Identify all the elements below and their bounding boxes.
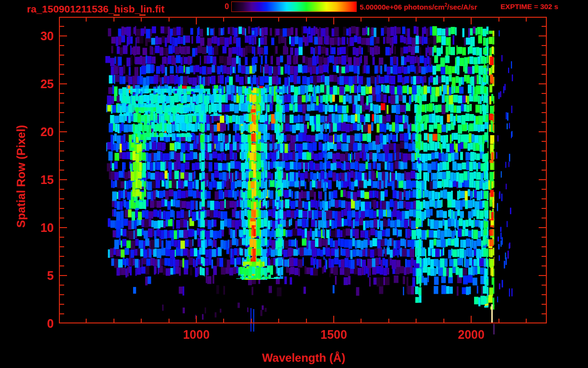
spectral-heatmap-canvas [59, 17, 547, 335]
axis-tick [542, 122, 546, 123]
axis-tick [542, 26, 546, 27]
axis-tick [471, 316, 472, 322]
axis-tick [542, 294, 546, 295]
axis-tick [306, 319, 307, 322]
axis-tick [60, 93, 64, 94]
y-tick-label: 10 [13, 221, 54, 235]
y-tick-label: 15 [13, 173, 54, 187]
colorbar-max-prefix: 5.00000e+06 photons/cm [360, 3, 444, 11]
axis-tick [539, 83, 546, 84]
axis-tick [542, 170, 546, 171]
axis-tick [60, 74, 64, 75]
axis-tick [60, 112, 64, 113]
axis-tick [542, 45, 546, 46]
axis-tick [542, 103, 546, 104]
x-tick-label: 1500 [300, 328, 367, 342]
y-tick-label: 30 [13, 29, 54, 43]
axis-tick [306, 18, 307, 22]
axis-tick [141, 319, 142, 322]
plot-artifact-dash [113, 14, 120, 16]
axis-tick [60, 237, 64, 238]
axis-tick [60, 227, 67, 228]
axis-tick [498, 319, 499, 322]
colorbar-max-label: 5.00000e+06 photons/cm2/sec/A/sr [360, 2, 477, 11]
axis-tick [542, 93, 546, 94]
y-tick-label: 5 [13, 269, 54, 283]
axis-tick [443, 319, 444, 322]
x-axis-title: Wavelength (Å) [232, 351, 375, 365]
axis-tick [471, 18, 472, 24]
axis-tick [539, 275, 546, 276]
axis-tick [60, 150, 64, 151]
axis-tick [388, 18, 389, 22]
axis-tick [169, 18, 170, 22]
axis-tick [113, 319, 114, 322]
axis-tick [60, 265, 64, 266]
axis-tick [60, 275, 67, 276]
colorbar-max-suffix: /sec/A/sr [447, 3, 477, 11]
axis-tick [542, 189, 546, 190]
axis-tick [278, 319, 279, 322]
axis-tick [539, 35, 546, 36]
axis-tick [539, 179, 546, 180]
axis-tick [539, 227, 546, 228]
axis-tick [388, 319, 389, 322]
axis-tick [60, 131, 67, 132]
axis-tick [542, 265, 546, 266]
axis-tick [542, 150, 546, 151]
axis-tick [60, 160, 64, 161]
axis-tick [86, 18, 87, 22]
axis-tick [278, 18, 279, 22]
axis-tick [60, 256, 64, 257]
axis-tick [60, 35, 67, 36]
axis-tick [223, 319, 224, 322]
axis-tick [86, 319, 87, 322]
axis-tick [416, 319, 417, 322]
axis-tick [60, 64, 64, 65]
axis-tick [542, 304, 546, 305]
plot-artifact-dash [139, 14, 146, 16]
axis-tick [60, 189, 64, 190]
axis-tick [60, 304, 64, 305]
axis-tick [542, 246, 546, 247]
axis-tick [60, 246, 64, 247]
axis-tick [542, 198, 546, 199]
quicklook-spectral-viewer: ra_150901211536_hisb_lin.fit 0 5.00000e+… [0, 0, 588, 368]
axis-tick [539, 131, 546, 132]
axis-tick [60, 294, 64, 295]
x-tick-label: 2000 [438, 328, 505, 342]
axis-tick [169, 319, 170, 322]
y-tick-label: 20 [13, 125, 54, 139]
axis-tick [498, 18, 499, 22]
axis-tick [141, 18, 142, 22]
axis-tick [60, 26, 64, 27]
axis-tick [443, 18, 444, 22]
axis-tick [60, 83, 67, 84]
file-title: ra_150901211536_hisb_lin.fit [27, 3, 164, 15]
axis-tick [60, 208, 64, 209]
axis-tick [60, 218, 64, 218]
axis-tick [416, 18, 417, 22]
axis-tick [60, 198, 64, 199]
axis-tick [251, 319, 252, 322]
y-tick-label: 25 [13, 77, 54, 91]
axis-tick [60, 170, 64, 171]
axis-tick [251, 18, 252, 22]
axis-tick [361, 18, 362, 22]
axis-tick [526, 319, 527, 322]
axis-tick [542, 285, 546, 286]
axis-tick [196, 316, 197, 322]
y-tick-label: 0 [13, 317, 54, 331]
axis-tick [542, 160, 546, 161]
axis-tick [542, 74, 546, 75]
colorbar [231, 1, 357, 12]
axis-tick [542, 218, 546, 218]
axis-tick [60, 45, 64, 46]
axis-tick [542, 141, 546, 142]
axis-tick [60, 285, 64, 286]
axis-tick [542, 112, 546, 113]
axis-tick [333, 18, 334, 24]
axis-tick [542, 64, 546, 65]
x-tick-label: 1000 [163, 328, 230, 342]
axis-tick [60, 122, 64, 123]
